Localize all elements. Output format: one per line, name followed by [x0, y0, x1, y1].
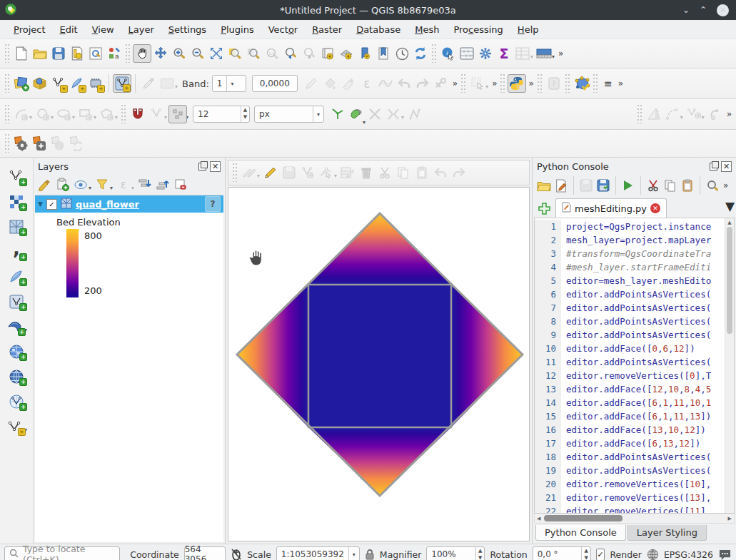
- identify-features-button[interactable]: i: [439, 44, 458, 63]
- menu-database[interactable]: Database: [350, 23, 407, 36]
- new-spatialite-layer-button[interactable]: ✳: [68, 74, 86, 93]
- show-layout-manager-button[interactable]: [86, 44, 105, 63]
- new-geopackage-layer-button[interactable]: [31, 74, 49, 93]
- toolbar-grip[interactable]: [432, 44, 437, 63]
- snap-unit-combo[interactable]: px▾: [254, 106, 324, 123]
- menu-project[interactable]: Project: [7, 23, 52, 36]
- menu-plugins[interactable]: Plugins: [214, 23, 261, 36]
- crs-value[interactable]: EPSG:4326: [664, 549, 713, 560]
- menu-raster[interactable]: Raster: [306, 23, 348, 36]
- add-spatialite-layer-button[interactable]: +: [6, 268, 27, 286]
- editor-horizontal-scrollbar[interactable]: ◀ ▶: [534, 514, 735, 524]
- save-project-button[interactable]: [49, 44, 68, 63]
- snapping-visual-edit-button[interactable]: [168, 105, 187, 123]
- new-virtual-point-layer-button[interactable]: ✳: [4, 417, 26, 436]
- menu-processing[interactable]: Processing: [447, 23, 509, 36]
- show-statistics-button[interactable]: Σ: [495, 44, 513, 63]
- toolbar-overflow-icon[interactable]: »: [450, 78, 459, 88]
- panel-float-icon[interactable]: [198, 163, 206, 170]
- mouse-position-toggle-icon[interactable]: [231, 548, 242, 560]
- menu-view[interactable]: View: [86, 23, 121, 36]
- toolbar-grip[interactable]: [461, 74, 466, 93]
- new-tab-button[interactable]: [535, 200, 553, 216]
- new-map-view-button[interactable]: [318, 44, 337, 63]
- open-project-button[interactable]: [31, 44, 49, 63]
- new-print-layout-button[interactable]: [68, 44, 86, 63]
- add-vector-layer-button[interactable]: +: [6, 168, 27, 186]
- maximize-icon[interactable]: ⌃: [700, 5, 707, 15]
- topological-editing-button[interactable]: [328, 105, 347, 123]
- messages-icon[interactable]: [718, 549, 732, 560]
- mesh-value-input[interactable]: 0,0000: [252, 75, 298, 92]
- panel-close-icon[interactable]: ✕: [210, 161, 221, 172]
- zoom-to-selection-button[interactable]: [226, 44, 244, 63]
- open-layer-styling-button[interactable]: [36, 176, 54, 193]
- pan-to-selection-button[interactable]: [151, 44, 170, 63]
- show-spatial-bookmarks-button[interactable]: [374, 44, 393, 63]
- snap-tolerance-spinbox[interactable]: 12▲▼: [193, 106, 250, 123]
- zoom-out-button[interactable]: [188, 44, 207, 63]
- render-checkbox[interactable]: ✓: [596, 549, 605, 560]
- run-script-button[interactable]: [620, 177, 637, 194]
- zoom-to-layer-button[interactable]: [244, 44, 263, 63]
- remove-layer-button[interactable]: [172, 176, 189, 193]
- add-wms-layer-button[interactable]: +: [4, 317, 26, 336]
- scrollbar-thumb[interactable]: [544, 515, 622, 521]
- tab-close-icon[interactable]: ✕: [650, 203, 660, 213]
- tab-list-dropdown-icon[interactable]: ▼: [725, 199, 735, 213]
- python-console-button[interactable]: [508, 74, 526, 93]
- cut-button[interactable]: [645, 177, 662, 194]
- layer-visibility-checkbox[interactable]: ✓: [46, 199, 57, 210]
- search-button[interactable]: [704, 177, 721, 194]
- menu-settings[interactable]: Settings: [162, 23, 213, 36]
- toolbar-overflow-icon[interactable]: »: [490, 78, 498, 88]
- map-canvas[interactable]: [228, 187, 530, 541]
- manage-map-themes-button[interactable]: [72, 176, 89, 193]
- add-xyz-tiles-layer-button[interactable]: +: [6, 342, 27, 361]
- data-source-manager-button[interactable]: [12, 74, 31, 93]
- open-script-button[interactable]: [535, 177, 553, 194]
- processing-toolbox-button[interactable]: [476, 44, 495, 63]
- add-wfs-layer-button[interactable]: +: [6, 392, 27, 411]
- crs-globe-icon[interactable]: [647, 549, 659, 560]
- new-mesh-layer-button[interactable]: ✳: [113, 74, 131, 93]
- avoid-overlap-button[interactable]: ▾: [347, 105, 366, 123]
- toolbar-overflow-icon[interactable]: »: [616, 78, 625, 88]
- close-icon[interactable]: ✕: [717, 4, 729, 16]
- pan-map-button[interactable]: [133, 44, 151, 63]
- new-shapefile-layer-button[interactable]: ✳: [49, 74, 68, 93]
- layer-item-quad-flower[interactable]: ▼ ✓ quad_flower ?: [35, 195, 223, 213]
- toggle-editing-button[interactable]: [261, 163, 280, 182]
- toolbar-grip[interactable]: [565, 74, 570, 93]
- toolbar-overflow-icon[interactable]: »: [721, 180, 730, 190]
- rotation-spinbox[interactable]: 0,0 °▲▼: [533, 546, 591, 560]
- new-editor-button[interactable]: [553, 177, 570, 194]
- editor-tab-mesh-editing[interactable]: meshEditing.py ✕: [555, 198, 667, 218]
- add-delimited-text-layer-button[interactable]: ,+: [6, 243, 27, 261]
- band-combo[interactable]: 1▾: [212, 75, 246, 92]
- toolbar-overflow-icon[interactable]: »: [526, 78, 535, 88]
- menu-edit[interactable]: Edit: [54, 23, 84, 36]
- toolbar-options-button[interactable]: ≡: [600, 74, 616, 93]
- new-project-button[interactable]: [12, 44, 31, 63]
- digitize-mesh-button[interactable]: [573, 74, 591, 93]
- zoom-in-button[interactable]: [170, 44, 188, 63]
- style-manager-button[interactable]: a: [105, 44, 123, 63]
- locator-search-input[interactable]: Type to locate (Ctrl+K): [4, 546, 120, 560]
- measure-button[interactable]: [535, 44, 553, 63]
- scrollbar-thumb[interactable]: [727, 227, 732, 334]
- toolbar-overflow-icon[interactable]: »: [725, 109, 733, 119]
- new-spatial-bookmark-button[interactable]: [356, 44, 374, 63]
- toolbar-grip[interactable]: [5, 44, 10, 63]
- statistical-summary-button[interactable]: [458, 44, 476, 63]
- zoom-last-button[interactable]: [281, 44, 300, 63]
- new-3d-map-view-button[interactable]: [337, 44, 356, 63]
- scroll-left-icon[interactable]: ◀: [535, 516, 543, 521]
- scroll-right-icon[interactable]: ▶: [726, 516, 734, 521]
- toolbar-grip[interactable]: [126, 44, 131, 63]
- code-editor[interactable]: 1project=QgsProject.instance2mesh_layer=…: [534, 218, 735, 514]
- expand-all-button[interactable]: [136, 176, 153, 193]
- dock-tab-python-console[interactable]: Python Console: [535, 525, 626, 541]
- mesh-calculator-button[interactable]: [12, 134, 31, 153]
- copy-button[interactable]: [662, 177, 679, 194]
